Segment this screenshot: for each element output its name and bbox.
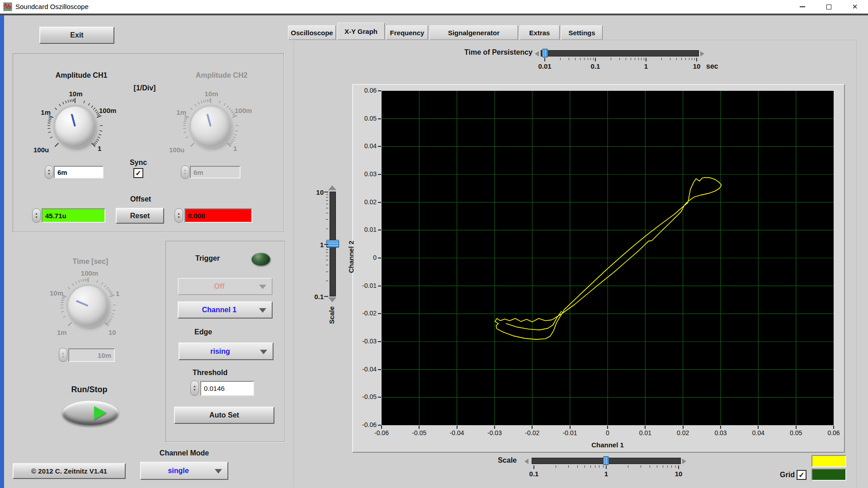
y-tick-mark [378, 341, 381, 342]
y-tick-mark [378, 286, 381, 286]
knob2-label-10m: 10m [199, 90, 224, 98]
tick [575, 58, 576, 60]
auto-set-button[interactable]: Auto Set [174, 407, 274, 424]
offset-ch2-value[interactable]: 0.000 [184, 208, 252, 223]
amplitude-ch2-knob[interactable] [191, 107, 231, 146]
offset-ch1-value[interactable]: 45.71u [42, 208, 105, 223]
tick [676, 58, 677, 60]
trigger-source-value: Channel 1 [202, 306, 248, 314]
grid-color-swatch[interactable] [811, 469, 846, 481]
tab-oscilloscope[interactable]: Oscilloscope [288, 25, 336, 40]
y-tick-mark [378, 146, 381, 147]
time-knob[interactable] [68, 286, 108, 326]
tick [588, 58, 588, 60]
x-tick-mark [683, 426, 684, 429]
tab-extras[interactable]: Extras [519, 25, 560, 40]
amplitude-ch1-title: Amplitude CH1 [43, 71, 120, 80]
time-label-10: 10 [108, 328, 116, 336]
trigger-mode-dropdown[interactable]: Off [178, 278, 273, 295]
tick [671, 465, 672, 468]
tick [585, 465, 585, 468]
minimize-button[interactable] [789, 0, 816, 14]
tab-x-y-graph[interactable]: X-Y Graph [337, 23, 385, 40]
tick [611, 58, 611, 60]
tab-signalgenerator[interactable]: Signalgenerator [429, 25, 518, 40]
close-icon: ✕ [852, 3, 858, 11]
tick [326, 247, 328, 247]
amplitude-ch1-spinner[interactable]: ▲▼ [45, 165, 53, 179]
minimize-icon [800, 6, 805, 7]
run-stop-button[interactable] [62, 401, 118, 425]
persistency-tick-label: 1 [632, 62, 660, 70]
threshold-spinner[interactable]: ▲▼ [190, 380, 199, 396]
knob-label-100u: 100u [33, 146, 49, 154]
persistency-slider-track[interactable] [541, 50, 699, 56]
amplitude-ch1-knob[interactable] [55, 107, 95, 146]
amplitude-ch2-knob-pointer [207, 113, 212, 127]
tab-settings[interactable]: Settings [561, 25, 603, 40]
tick [667, 465, 668, 468]
exit-button[interactable]: Exit [39, 27, 114, 44]
maximize-button[interactable] [816, 0, 842, 14]
xy-trace [495, 178, 722, 339]
trigger-mode-value: Off [214, 282, 236, 291]
hscale-right-arrow[interactable] [682, 459, 686, 464]
time-spinner[interactable]: ▲▼ [59, 348, 67, 362]
y-tick-label: -0.06 [354, 421, 377, 428]
copyright-button[interactable]: © 2012 C. Zeitnitz V1.41 [13, 463, 126, 479]
tick [324, 244, 328, 245]
persistency-slider-handle[interactable] [542, 49, 548, 57]
y-tick-label: -0.05 [354, 393, 377, 400]
sync-checkbox[interactable]: ✓ [133, 168, 143, 178]
tick [657, 465, 657, 468]
x-tick-mark [720, 426, 721, 429]
knob2-label-100m: 100m [235, 107, 252, 114]
y-tick-mark [378, 202, 381, 203]
persistency-right-arrow[interactable] [700, 51, 704, 56]
vscale-up-arrow[interactable] [328, 185, 336, 190]
app-window: Soundcard Oszilloscope ✕ Exit Amplitude … [0, 0, 868, 488]
tabpage-left-border [293, 40, 294, 487]
amplitude-ch1-value[interactable]: 6m [54, 166, 104, 178]
channel-mode-value: single [168, 467, 200, 475]
y-tick-label: -0.03 [354, 338, 377, 345]
offset-reset-button[interactable]: Reset [116, 208, 164, 224]
channel-mode-dropdown[interactable]: single [140, 462, 228, 480]
vscale-slider-handle[interactable] [326, 240, 339, 248]
y-tick-mark [378, 174, 381, 175]
offset-ch1-spinner[interactable]: ▲▼ [32, 208, 41, 223]
tick [670, 58, 670, 60]
grid-checkbox[interactable]: ✓ [797, 470, 807, 480]
x-tick-label: 0 [594, 429, 621, 436]
hscale-tick-label: 10 [665, 470, 692, 478]
tick [560, 58, 561, 60]
xy-graph-panel: Channel 1 0.060.050.040.030.020.010-0.01… [352, 84, 845, 453]
close-button[interactable]: ✕ [842, 0, 868, 14]
tick [631, 58, 631, 60]
trace-color-swatch[interactable] [811, 455, 846, 467]
hscale-tick-label: 1 [593, 470, 620, 478]
threshold-input[interactable]: 0.0146 [200, 381, 254, 396]
trigger-source-dropdown[interactable]: Channel 1 [178, 301, 273, 319]
hscale-left-arrow[interactable] [524, 459, 528, 464]
amplitude-ch2-spinner[interactable]: ▲▼ [181, 165, 189, 179]
trigger-edge-dropdown[interactable]: rising [179, 343, 274, 360]
y-tick-label: -0.04 [354, 366, 377, 373]
tick [675, 465, 676, 468]
offset-ch2-spinner[interactable]: ▲▼ [175, 208, 183, 223]
time-value[interactable]: 10m [68, 348, 115, 362]
maximize-icon [826, 5, 831, 9]
amplitude-ch2-value[interactable]: 6m [190, 166, 241, 178]
y-tick-mark [378, 369, 381, 370]
tab-frequency[interactable]: Frequency [386, 25, 428, 40]
y-tick-label: -0.01 [354, 282, 377, 289]
persistency-left-arrow[interactable] [535, 51, 539, 56]
offset-label: Offset [127, 195, 155, 203]
tick [326, 219, 328, 220]
amplitude-groupbox [13, 53, 284, 232]
hscale-slider-handle[interactable] [603, 456, 609, 465]
threshold-label: Threshold [193, 369, 227, 377]
persistency-label: Time of Persistency [453, 48, 533, 56]
tick [533, 465, 534, 469]
x-tick-label: 0.06 [820, 429, 847, 436]
